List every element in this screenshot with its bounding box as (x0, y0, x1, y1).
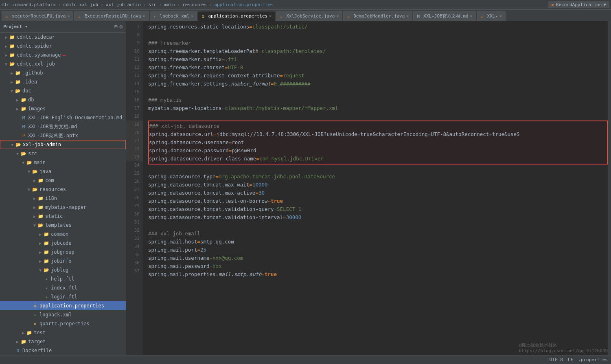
item-label: joblog (51, 267, 68, 273)
sidebar-item-i18n[interactable]: ▶ 📁 i18n (0, 194, 126, 203)
item-label: index.ftl (51, 285, 77, 291)
code-area[interactable]: spring.resources.static-locations=classp… (143, 21, 608, 355)
sidebar-item-common[interactable]: ▶ 📁 common (0, 230, 126, 239)
tab-close-icon[interactable]: × (336, 14, 339, 18)
tab-DemoJobHandler[interactable]: ☕ DemoJobHandler.java × (343, 11, 412, 21)
xml-icon: ✦ (153, 14, 158, 19)
code-line-17: mybatis.mapper-locations=classpath:/myba… (148, 104, 608, 112)
sidebar-item-doc[interactable]: ▼ 📂 doc (0, 86, 126, 95)
breadcrumb-item-5[interactable]: main (164, 2, 175, 7)
line-number: 37 (126, 267, 143, 275)
encoding-label: UTF-8 (550, 357, 563, 362)
item-label: cdmtc.xxl-job (17, 61, 55, 67)
sidebar-item-jobgroup[interactable]: ▶ 📁 jobgroup (0, 248, 126, 257)
breadcrumb-item-1[interactable]: mtc.command.platform (2, 2, 55, 7)
sidebar-item-cdmtc-sysmanage[interactable]: ▶ 📁 cdmtc.sysmanage — (0, 50, 126, 59)
sidebar-item-jobcode[interactable]: ▶ 📁 jobcode (0, 239, 126, 248)
line-number: 33 (126, 235, 143, 243)
tab-close-icon[interactable]: × (406, 14, 409, 18)
sidebar-item-test[interactable]: ▶ 📁 test (0, 328, 126, 337)
sidebar-item-en-doc[interactable]: M XXL-JOB-English-Documentation.md (0, 113, 126, 122)
sidebar-item-github[interactable]: ▶ 📁 .github (0, 68, 126, 77)
sidebar-item-cdmtc-spider[interactable]: ▶ 📁 cdmtc.spider (0, 42, 126, 50)
sidebar-item-help-ftl[interactable]: ✦ help.ftl (0, 274, 126, 283)
tab-logback[interactable]: ✦ logback.xml × (150, 11, 197, 21)
breadcrumb-item-3[interactable]: xxl-job-admin (106, 2, 141, 7)
sidebar-item-dockerfile[interactable]: D Dockerfile (0, 346, 126, 355)
sidebar-item-quartz-properties[interactable]: ⚙ quartz.properties (0, 319, 126, 328)
sidebar-item-com[interactable]: ▶ 📁 com (0, 176, 126, 185)
line-number: 11 (126, 55, 143, 64)
scrollbar[interactable] (608, 21, 611, 355)
expand-arrow: ▶ (32, 178, 37, 183)
folder-icon: 📂 (26, 159, 33, 166)
collapse-icon[interactable]: ⊟ (114, 24, 118, 30)
code-line-10: spring.freemarker.templateLoaderPath=cla… (148, 47, 608, 55)
item-label: static (45, 213, 63, 219)
item-label: templates (45, 222, 72, 228)
code-line-21: spring.datasource.username= root (149, 138, 607, 147)
sidebar-item-src[interactable]: ▼ 📂 src (0, 149, 126, 158)
code-line-33: spring.mail.host=smtp.qq.com (148, 238, 608, 246)
tab-application-properties[interactable]: ⚙ application.properties × (198, 11, 275, 21)
sidebar-item-index-ftl[interactable]: ✦ index.ftl (0, 283, 126, 292)
folder-icon: 📁 (20, 338, 27, 345)
file-tree: ▶ 📁 cdmtc.sidecar ▶ 📁 cdmtc.spider ▶ 📁 (0, 33, 126, 355)
sidebar-item-images[interactable]: ▶ 📁 images (0, 104, 126, 113)
sidebar-item-target[interactable]: ▶ 📁 target (0, 337, 126, 346)
sidebar-item-application-properties[interactable]: ⚙ application.properties (0, 301, 126, 310)
item-label: help.ftl (51, 276, 74, 282)
tab-xecutorRoutelFU[interactable]: ☕ xecutorRouteLFU.java × (2, 11, 73, 21)
tab-xxl-extra[interactable]: ☕ XXL- × (477, 11, 506, 21)
sidebar-item-mybatis-mapper[interactable]: ▶ 📁 mybatis-mapper (0, 203, 126, 212)
breadcrumb-item-2[interactable]: cdmtc.xxl-job (63, 2, 98, 7)
tab-close-icon[interactable]: × (143, 14, 145, 18)
md-icon: M (20, 123, 27, 130)
tab-close-icon[interactable]: × (470, 14, 473, 18)
sidebar-item-cdmtc-xxl-job[interactable]: ▼ 📂 cdmtc.xxl-job (0, 59, 126, 68)
expand-arrow: ▼ (20, 160, 26, 165)
item-label: jobcode (51, 240, 72, 246)
sidebar-item-static[interactable]: ▶ 📁 static (0, 212, 126, 221)
line-number: 8 (126, 31, 143, 39)
sidebar-item-cn-doc[interactable]: M XXL-JOB官方文档.md (0, 122, 126, 131)
sidebar-item-main[interactable]: ▼ 📂 main (0, 158, 126, 167)
sidebar-item-java[interactable]: ▼ 📂 java (0, 167, 126, 176)
line-number: 23 (126, 153, 143, 161)
sidebar-item-templates[interactable]: ▼ 📂 templates (0, 221, 126, 230)
folder-icon: 📂 (15, 88, 21, 94)
sidebar-item-pptx[interactable]: P XXL-JOB架构图.pptx (0, 131, 126, 140)
breadcrumb-item-7[interactable]: application.properties (214, 2, 274, 7)
folder-icon: 📁 (37, 195, 44, 202)
tab-XxlJobService[interactable]: ☕ XxlJobService.java × (276, 11, 342, 21)
sidebar-item-db[interactable]: ▶ 📁 db (0, 95, 126, 104)
expand-arrow: ▼ (26, 187, 32, 192)
sidebar-item-cdmtc-sidecar[interactable]: ▶ 📁 cdmtc.sidecar (0, 33, 126, 42)
breadcrumb-item-4[interactable]: src (149, 2, 157, 7)
breadcrumb-item-6[interactable]: resources (182, 2, 207, 7)
code-line-11: spring.freemarker.suffix=.ftl (148, 55, 608, 64)
line-number: 25 (126, 169, 143, 178)
record-application-button[interactable]: ▶ RecordApplication ▼ (548, 1, 609, 8)
settings-icon[interactable]: ⚙ (119, 24, 123, 30)
sidebar-item-login-ftl[interactable]: ✦ login.ftl (0, 292, 126, 301)
tab-close-icon[interactable]: × (269, 14, 272, 18)
expand-arrow: ▼ (3, 62, 9, 66)
tab-label: XXL-JOB官方文档.md (423, 13, 468, 19)
tab-ExecutorRouteLRU[interactable]: ☕ ExecutorRouteLRU.java × (74, 11, 149, 21)
sidebar-item-jobinfo[interactable]: ▶ 📁 jobinfo (0, 257, 126, 265)
sidebar-item-joblog[interactable]: ▼ 📂 joblog (0, 265, 126, 274)
code-line-12: spring.freemarker.charset=UTF-8 (148, 64, 608, 72)
line-number: 17 (126, 104, 143, 112)
line-numbers: 7 8 9 10 11 12 13 14 15 16 17 18 19 20 2… (126, 21, 143, 355)
sidebar-item-logback-xml[interactable]: ✦ logback.xml (0, 310, 126, 319)
tab-close-icon[interactable]: × (67, 14, 70, 18)
sidebar-item-idea[interactable]: ▶ 📁 .idea (0, 77, 126, 86)
tab-close-icon[interactable]: × (499, 14, 502, 18)
line-number: 22 (126, 145, 143, 153)
tab-xxl-job-md[interactable]: M XXL-JOB官方文档.md × (413, 11, 476, 21)
tab-bar: ☕ xecutorRouteLFU.java × ☕ ExecutorRoute… (0, 10, 611, 21)
tab-close-icon[interactable]: × (191, 14, 193, 18)
sidebar-item-resources[interactable]: ▼ 📂 resources (0, 185, 126, 194)
sidebar-item-xxl-job-admin[interactable]: ▼ 📂 xxl-job-admin (0, 140, 126, 149)
